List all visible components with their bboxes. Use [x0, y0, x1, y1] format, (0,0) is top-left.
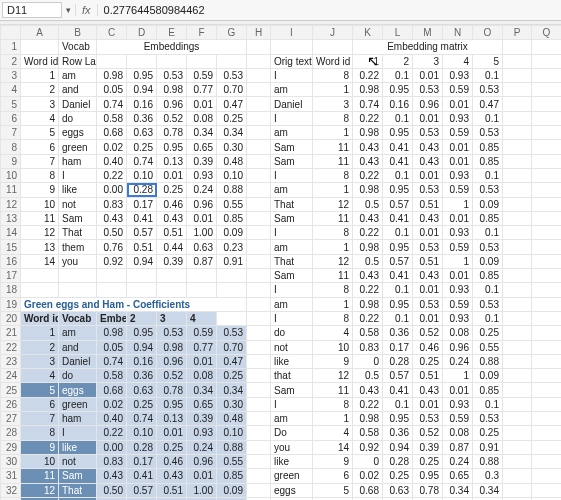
row-header[interactable]: 24: [1, 369, 21, 383]
grid-row[interactable]: 266green0.020.250.950.650.30I80.220.10.0…: [1, 397, 562, 411]
name-box-dropdown-icon[interactable]: ▾: [62, 5, 75, 15]
cell[interactable]: [503, 269, 532, 283]
row-header[interactable]: 27: [1, 412, 21, 426]
cell[interactable]: 0.46: [157, 197, 187, 211]
cell[interactable]: I: [271, 397, 313, 411]
cell[interactable]: 0.22: [353, 111, 383, 125]
cell[interactable]: 0.57: [383, 197, 413, 211]
cell[interactable]: That: [271, 254, 313, 268]
cell[interactable]: ham: [59, 412, 97, 426]
cell[interactable]: 0.50: [97, 483, 127, 497]
cell[interactable]: 8: [313, 111, 353, 125]
cell[interactable]: 0.47: [217, 97, 247, 111]
cell[interactable]: 0.1: [383, 226, 413, 240]
cell[interactable]: 0.53: [473, 126, 503, 140]
cell[interactable]: 0.53: [157, 326, 187, 340]
cell[interactable]: 0.1: [473, 68, 503, 82]
grid-row[interactable]: 211am0.980.950.530.590.53do40.580.360.52…: [1, 326, 562, 340]
cell[interactable]: 0.96: [157, 354, 187, 368]
cell[interactable]: [503, 440, 532, 454]
cell[interactable]: [532, 469, 562, 483]
cell[interactable]: 12: [313, 254, 353, 268]
cell[interactable]: 0.95: [413, 469, 443, 483]
cell[interactable]: [247, 369, 271, 383]
cell[interactable]: 0.98: [353, 297, 383, 311]
cell[interactable]: 0.53: [413, 297, 443, 311]
cell[interactable]: [247, 326, 271, 340]
cell[interactable]: 3: [157, 311, 187, 325]
cell[interactable]: 0.83: [353, 340, 383, 354]
cell[interactable]: 0.65: [187, 397, 217, 411]
cell[interactable]: green: [271, 469, 313, 483]
row-header[interactable]: 16: [1, 254, 21, 268]
row-header[interactable]: 17: [1, 269, 21, 283]
cell[interactable]: [97, 54, 127, 68]
cell[interactable]: 1: [313, 297, 353, 311]
cell[interactable]: 0.88: [217, 183, 247, 197]
cell[interactable]: 0.95: [383, 412, 413, 426]
cell[interactable]: 0.01: [443, 140, 473, 154]
cell[interactable]: 0.87: [443, 440, 473, 454]
cell[interactable]: 0.57: [383, 369, 413, 383]
cell[interactable]: [532, 269, 562, 283]
cell[interactable]: 0.48: [217, 412, 247, 426]
cell[interactable]: [157, 54, 187, 68]
cell[interactable]: 0.17: [127, 197, 157, 211]
grid-row[interactable]: 3212That0.500.570.511.000.09eggs50.680.6…: [1, 483, 562, 497]
cell[interactable]: 0.93: [443, 283, 473, 297]
cell[interactable]: 0: [353, 354, 383, 368]
cell[interactable]: 0.22: [353, 68, 383, 82]
cell[interactable]: 1: [313, 126, 353, 140]
cell[interactable]: 0.41: [127, 469, 157, 483]
cell[interactable]: [503, 197, 532, 211]
col-header[interactable]: C: [97, 26, 127, 40]
cell[interactable]: [247, 83, 271, 97]
cell[interactable]: I: [271, 226, 313, 240]
cell[interactable]: [247, 111, 271, 125]
cell[interactable]: 0.52: [157, 111, 187, 125]
cell[interactable]: [532, 412, 562, 426]
col-header[interactable]: B: [59, 26, 97, 40]
cell[interactable]: 0.53: [473, 412, 503, 426]
row-header[interactable]: 25: [1, 383, 21, 397]
cell[interactable]: [247, 226, 271, 240]
cell[interactable]: [247, 269, 271, 283]
cell[interactable]: 0.94: [127, 83, 157, 97]
cell[interactable]: [127, 283, 157, 297]
cell[interactable]: 0.00: [97, 183, 127, 197]
cell[interactable]: 0.28: [383, 454, 413, 468]
cell[interactable]: 0.53: [217, 68, 247, 82]
cell[interactable]: 0.09: [473, 197, 503, 211]
cell[interactable]: 0.51: [157, 483, 187, 497]
cell[interactable]: not: [59, 454, 97, 468]
grid-row[interactable]: 53Daniel0.740.160.960.010.47Daniel30.740…: [1, 97, 562, 111]
cell[interactable]: Do: [271, 426, 313, 440]
cell[interactable]: 0.5: [353, 254, 383, 268]
grid-row[interactable]: 1614you0.920.940.390.870.91That120.50.57…: [1, 254, 562, 268]
col-header[interactable]: N: [443, 26, 473, 40]
cell[interactable]: 0.1: [383, 311, 413, 325]
grid-row[interactable]: 19Green eggs and Ham - Coefficientsam10.…: [1, 297, 562, 311]
cell[interactable]: 1: [21, 326, 59, 340]
cell[interactable]: 0.24: [187, 183, 217, 197]
grid-row[interactable]: 1VocabEmbeddingsEmbedding matrix: [1, 40, 562, 54]
cell[interactable]: 0.59: [443, 412, 473, 426]
cell[interactable]: [532, 40, 562, 54]
cell[interactable]: 0.43: [353, 383, 383, 397]
cell[interactable]: 0.95: [383, 297, 413, 311]
cell[interactable]: Orig text: [271, 54, 313, 68]
row-header[interactable]: 3: [1, 68, 21, 82]
cell[interactable]: 0.96: [443, 340, 473, 354]
cell[interactable]: 0.53: [413, 183, 443, 197]
cell[interactable]: am: [271, 126, 313, 140]
cell[interactable]: 0.36: [383, 326, 413, 340]
cell[interactable]: Sam: [271, 140, 313, 154]
cell[interactable]: 0.25: [217, 369, 247, 383]
cell[interactable]: 0.25: [413, 354, 443, 368]
cell[interactable]: 0.10: [217, 426, 247, 440]
select-all-cell[interactable]: [1, 26, 21, 40]
cell[interactable]: Sam: [271, 211, 313, 225]
cell[interactable]: Word id: [313, 54, 353, 68]
grid-row[interactable]: 255eggs0.680.630.780.340.34Sam110.430.41…: [1, 383, 562, 397]
grid-row[interactable]: 18I80.220.10.010.930.1: [1, 283, 562, 297]
